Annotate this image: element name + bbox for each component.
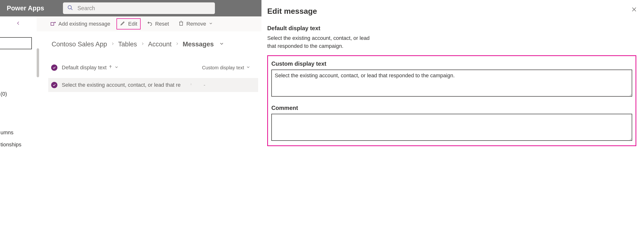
column-default-display-text[interactable]: Default display text bbox=[62, 65, 119, 71]
search-icon bbox=[67, 5, 73, 12]
svg-rect-5 bbox=[51, 23, 54, 25]
chevron-right-icon bbox=[175, 41, 179, 48]
edit-message-panel: Edit message Default display text Select… bbox=[262, 0, 644, 242]
svg-rect-8 bbox=[180, 22, 182, 25]
select-all-checkbox[interactable] bbox=[51, 65, 58, 71]
reset-label: Reset bbox=[155, 21, 169, 27]
left-sidebar: (0) umns tionships bbox=[0, 17, 37, 242]
column-label: Custom display text bbox=[202, 65, 244, 71]
crumb-app[interactable]: Contoso Sales App bbox=[52, 41, 107, 48]
svg-point-0 bbox=[68, 6, 72, 9]
sort-asc-icon bbox=[108, 65, 112, 71]
table-row[interactable]: Select the existing account, contact, or… bbox=[48, 78, 258, 92]
chevron-down-icon bbox=[246, 65, 250, 71]
brand-label: Power Apps bbox=[7, 5, 44, 12]
svg-point-13 bbox=[191, 84, 191, 84]
row-more-menu[interactable] bbox=[190, 81, 192, 89]
chevron-down-icon[interactable] bbox=[219, 41, 224, 48]
row-custom-text: - bbox=[204, 82, 205, 88]
custom-display-text-input[interactable] bbox=[271, 70, 632, 97]
comment-label: Comment bbox=[271, 105, 632, 111]
remove-label: Remove bbox=[186, 21, 206, 27]
custom-display-text-label: Custom display text bbox=[271, 60, 632, 67]
trash-icon bbox=[178, 20, 184, 28]
panel-title: Edit message bbox=[267, 7, 636, 16]
breadcrumb: Contoso Sales App Tables Account Message… bbox=[48, 41, 258, 48]
row-default-text: Select the existing account, contact, or… bbox=[62, 82, 182, 88]
pencil-icon bbox=[120, 20, 126, 28]
scrollbar[interactable] bbox=[37, 48, 39, 77]
sidebar-item-columns[interactable]: umns bbox=[0, 127, 37, 139]
add-existing-message-button[interactable]: Add existing message bbox=[47, 19, 113, 29]
search-input[interactable] bbox=[77, 5, 210, 12]
chevron-down-icon bbox=[114, 65, 119, 71]
undo-icon bbox=[147, 20, 153, 28]
chevron-right-icon bbox=[141, 41, 144, 48]
back-button[interactable] bbox=[0, 17, 37, 30]
row-checkbox[interactable] bbox=[51, 82, 58, 88]
svg-line-1 bbox=[71, 9, 72, 10]
content-area: Contoso Sales App Tables Account Message… bbox=[48, 41, 258, 92]
table-header: Default display text Custom display text bbox=[48, 63, 258, 73]
edit-button[interactable]: Edit bbox=[116, 18, 140, 30]
comment-input[interactable] bbox=[271, 114, 632, 141]
column-label: Default display text bbox=[62, 65, 106, 71]
crumb-messages[interactable]: Messages bbox=[182, 41, 214, 48]
default-display-text-value: Select the existing account, contact, or… bbox=[267, 34, 378, 50]
edit-label: Edit bbox=[128, 21, 137, 27]
search-box[interactable] bbox=[63, 3, 215, 14]
svg-point-12 bbox=[191, 84, 191, 84]
reset-button[interactable]: Reset bbox=[144, 19, 172, 29]
remove-button[interactable]: Remove bbox=[175, 19, 216, 29]
column-custom-display-text[interactable]: Custom display text bbox=[202, 65, 255, 71]
svg-point-14 bbox=[191, 85, 191, 85]
chevron-down-icon bbox=[209, 21, 213, 27]
add-existing-label: Add existing message bbox=[58, 21, 110, 27]
highlighted-edit-region: Custom display text Comment bbox=[267, 55, 636, 146]
chevron-right-icon bbox=[111, 41, 114, 48]
sidebar-item-relationships[interactable]: tionships bbox=[0, 139, 37, 151]
default-display-text-label: Default display text bbox=[267, 25, 636, 32]
sidebar-search-input[interactable] bbox=[0, 37, 32, 49]
close-button[interactable] bbox=[631, 6, 637, 14]
crumb-account[interactable]: Account bbox=[148, 41, 172, 48]
crumb-tables[interactable]: Tables bbox=[118, 41, 137, 48]
sidebar-count: (0) bbox=[0, 88, 37, 100]
